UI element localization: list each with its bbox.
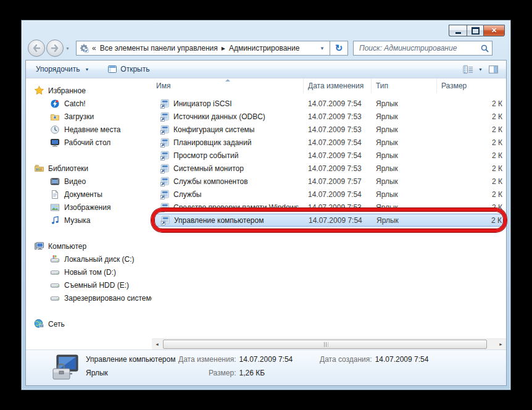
open-button[interactable]: Открыть	[107, 64, 149, 74]
breadcrumb-current[interactable]: Администрирование	[227, 44, 302, 52]
file-name: Просмотр событий	[173, 151, 238, 160]
refresh-button[interactable]: ↻	[330, 41, 348, 56]
file-modified: 14.07.2009 7:54	[304, 216, 372, 225]
breadcrumb-collapse-chevron[interactable]: «	[92, 44, 96, 52]
organize-button[interactable]: Упорядочить ▼	[36, 65, 89, 73]
breadcrumb-root[interactable]: Все элементы панели управления	[98, 44, 220, 52]
file-name-cell: Просмотр событий	[152, 151, 304, 161]
minimize-icon	[455, 32, 461, 34]
sidebar-section-header[interactable]: Компьютер	[26, 240, 152, 253]
sidebar-item[interactable]: Зарезервировано системой	[26, 291, 152, 304]
details-fields: Дата изменения: 14.07.2009 7:54 Размер: …	[178, 353, 320, 377]
horizontal-scrollbar: ◄ ►	[152, 338, 506, 349]
scroll-left-button[interactable]: ◄	[152, 339, 162, 349]
shortcut-icon	[160, 177, 170, 186]
shortcut-icon	[160, 215, 170, 225]
sidebar-item-label: Зарезервировано системой	[64, 294, 152, 303]
address-dropdown-caret[interactable]: ▼	[316, 46, 328, 51]
file-type: Ярлык	[372, 112, 437, 121]
file-row[interactable]: Управление компьютером14.07.2009 7:54Ярл…	[152, 214, 506, 227]
disk-icon	[50, 267, 60, 277]
search-icon[interactable]	[481, 44, 489, 52]
explorer-window: ✕ ▼ « Все элементы панели управления ▶ А…	[21, 20, 511, 390]
column-header-modified[interactable]: Дата изменения	[304, 78, 372, 93]
pictures-icon	[50, 203, 60, 212]
titlebar[interactable]: ✕	[22, 20, 510, 36]
column-header-name[interactable]: Имя	[152, 78, 304, 93]
file-row[interactable]: Средство проверки памяти Windows14.07.20…	[152, 201, 506, 214]
file-type: Ярлык	[372, 177, 437, 186]
file-row[interactable]: Службы компонентов14.07.2009 7:57Ярлык2 …	[152, 175, 506, 188]
file-row[interactable]: Просмотр событий14.07.2009 7:54Ярлык2 К	[152, 149, 506, 162]
sidebar-item[interactable]: Новый том (D:)	[26, 266, 152, 278]
sidebar-section-header[interactable]: Сеть	[26, 317, 152, 330]
sidebar-item[interactable]: Рабочий стол	[26, 136, 152, 149]
preview-pane-button[interactable]	[488, 64, 499, 75]
minimize-button[interactable]	[449, 25, 467, 36]
open-label: Открыть	[120, 65, 149, 73]
shortcut-icon	[160, 99, 170, 109]
file-name: Планировщик заданий	[173, 138, 251, 147]
sidebar-item[interactable]: Локальный диск (C:)	[26, 253, 152, 266]
file-name: Источники данных (ODBC)	[173, 112, 265, 121]
sidebar-item-label: Недавние места	[64, 125, 120, 134]
file-size: 2 К	[437, 112, 506, 121]
file-modified: 14.07.2009 7:53	[304, 112, 372, 121]
file-name: Службы компонентов	[173, 177, 248, 186]
sidebar-item[interactable]: Съемный HDD (E:)	[26, 278, 152, 291]
disk-c-icon	[50, 254, 60, 264]
file-row[interactable]: Планировщик заданий14.07.2009 7:54Ярлык2…	[152, 136, 506, 149]
address-bar[interactable]: « Все элементы панели управления ▶ Админ…	[76, 41, 330, 56]
star-icon	[34, 85, 44, 96]
file-row[interactable]: Службы14.07.2009 7:54Ярлык2 К	[152, 188, 506, 201]
shortcut-icon	[160, 164, 170, 174]
file-modified: 14.07.2009 7:54	[304, 99, 372, 108]
sidebar-item[interactable]: Видео	[26, 175, 152, 188]
file-type: Ярлык	[372, 164, 437, 173]
file-row[interactable]: Источники данных (ODBC)14.07.2009 7:53Яр…	[152, 110, 506, 123]
computer-icon	[34, 241, 44, 251]
scroll-right-button[interactable]: ►	[496, 339, 506, 349]
back-button[interactable]	[28, 40, 45, 57]
maximize-button[interactable]	[467, 25, 483, 36]
file-modified: 14.07.2009 7:54	[304, 190, 372, 199]
search-input[interactable]	[358, 43, 481, 53]
details-modified-label: Дата изменения:	[178, 355, 236, 364]
sidebar-section-header[interactable]: Библиотеки	[26, 162, 152, 175]
recent-places-icon	[50, 125, 60, 135]
shortcut-icon	[160, 125, 170, 135]
refresh-icon: ↻	[335, 43, 343, 54]
navigation-bar: ▼ « Все элементы панели управления ▶ Адм…	[22, 36, 510, 60]
file-size: 2 К	[437, 125, 506, 134]
file-name: Конфигурация системы	[173, 125, 254, 134]
close-button[interactable]: ✕	[483, 25, 505, 36]
file-name-cell: Службы компонентов	[152, 177, 304, 186]
file-name: Средство проверки памяти Windows	[173, 203, 299, 212]
sidebar-item[interactable]: Изображения	[26, 201, 152, 214]
file-name: Управление компьютером	[174, 216, 264, 225]
sidebar-section: БиблиотекиВидеоДокументыИзображенияМузык…	[26, 162, 152, 227]
column-header-size[interactable]: Размер	[437, 78, 506, 93]
file-row[interactable]: Инициатор iSCSI14.07.2009 7:54Ярлык2 К	[152, 97, 506, 110]
file-modified: 14.07.2009 7:57	[304, 177, 372, 186]
scrollbar-thumb[interactable]	[163, 340, 487, 349]
details-created-block: Дата создания: 14.07.2009 7:54	[320, 353, 428, 364]
column-header-type[interactable]: Тип	[372, 78, 437, 93]
file-row[interactable]: Конфигурация системы14.07.2009 7:53Ярлык…	[152, 123, 506, 136]
sidebar-item-label: Локальный диск (C:)	[64, 255, 135, 264]
sidebar-item[interactable]: Музыка	[26, 214, 152, 227]
details-size-value: 1,26 КБ	[239, 369, 320, 377]
file-row[interactable]: Системный монитор14.07.2009 7:53Ярлык2 К	[152, 162, 506, 175]
file-name-cell: Управление компьютером	[152, 215, 304, 225]
sidebar-item[interactable]: Документы	[26, 188, 152, 201]
recent-pages-caret[interactable]: ▼	[65, 46, 70, 51]
sidebar-item[interactable]: Загрузки	[26, 110, 152, 123]
sidebar-section: ИзбранноеCatch!ЗагрузкиНедавние местаРаб…	[26, 84, 152, 149]
sidebar-item[interactable]: Недавние места	[26, 123, 152, 136]
sidebar-item[interactable]: Catch!	[26, 97, 152, 110]
file-name-cell: Инициатор iSCSI	[152, 99, 304, 109]
change-view-button[interactable]: ▼	[463, 64, 483, 75]
forward-button[interactable]	[46, 40, 64, 57]
breadcrumb-separator-icon[interactable]: ▶	[220, 46, 227, 51]
sidebar-section-header[interactable]: Избранное	[26, 84, 152, 97]
